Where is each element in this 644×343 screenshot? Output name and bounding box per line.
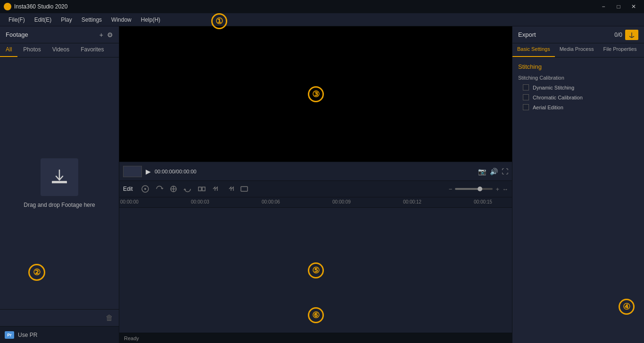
settings-footage-button[interactable]: ⚙ <box>107 31 113 39</box>
edit-ctrl-8[interactable] <box>239 183 250 195</box>
step-3-badge: ③ <box>308 86 324 102</box>
svg-point-5 <box>144 188 146 190</box>
edit-ctrl-2[interactable] <box>154 183 165 195</box>
menu-edit[interactable]: Edit(E) <box>30 15 57 25</box>
export-header: Export 0/0 <box>512 26 644 43</box>
dynamic-stitching-checkbox[interactable] <box>523 84 529 90</box>
snapshot-button[interactable]: 📷 <box>478 168 486 175</box>
chromatic-calibration-checkbox[interactable] <box>523 94 529 100</box>
menu-settings[interactable]: Settings <box>77 15 107 25</box>
stitching-calibration-label: Stitching Calibration <box>518 75 638 81</box>
drop-zone-text: Drag and drop Footage here <box>24 202 95 208</box>
timeline-zoom: − + ↔ <box>449 186 508 193</box>
zoom-slider[interactable] <box>455 188 493 190</box>
ruler-mark-4: 00:00:12 <box>403 199 421 204</box>
timeline-ruler: 00:00:00 00:00:03 00:00:06 00:00:09 00:0… <box>119 197 512 208</box>
menubar: ① File(F) Edit(E) Play Settings Window H… <box>0 13 644 26</box>
stitching-section-title: Stitching <box>518 63 638 70</box>
fullscreen-button[interactable]: ⛶ <box>502 168 508 175</box>
svg-rect-11 <box>241 187 248 191</box>
step-4-badge: ④ <box>619 299 635 315</box>
tab-file-properties[interactable]: File Properties <box>598 43 641 57</box>
menu-window[interactable]: Window <box>107 15 136 25</box>
footage-tabs: All Photos Videos Favorites <box>0 43 119 57</box>
window-controls[interactable]: − □ ✕ <box>597 2 640 11</box>
add-footage-button[interactable]: + <box>99 31 103 39</box>
drop-zone[interactable]: Drag and drop Footage here ② <box>0 57 119 309</box>
ruler-mark-2: 00:00:06 <box>262 199 280 204</box>
dynamic-stitching-row: Dynamic Stitching <box>518 84 638 90</box>
app-title: Insta360 Studio 2020 <box>14 3 67 10</box>
main-layout: Footage + ⚙ All Photos Videos Favorites … <box>0 26 644 343</box>
edit-ctrl-3[interactable] <box>168 183 179 195</box>
tab-photos[interactable]: Photos <box>17 43 46 57</box>
step-6-badge: ⑥ <box>308 307 324 323</box>
tab-videos[interactable]: Videos <box>47 43 75 57</box>
center-panel: ③ ▶ 00:00:00/00:00:00 📷 🔊 ⛶ Edit <box>119 26 512 343</box>
export-count: 0/0 <box>614 32 622 38</box>
right-tabs: Basic Settings Media Process File Proper… <box>512 43 644 57</box>
footage-actions: + ⚙ <box>99 31 113 39</box>
menu-help[interactable]: Help(H) <box>136 15 165 25</box>
minimize-button[interactable]: − <box>597 2 610 11</box>
left-panel: Footage + ⚙ All Photos Videos Favorites … <box>0 26 119 343</box>
volume-button[interactable]: 🔊 <box>490 168 498 175</box>
edit-label: Edit <box>123 186 133 192</box>
step-5-badge: ⑤ <box>308 262 324 278</box>
edit-bar: Edit <box>119 180 512 197</box>
export-button[interactable] <box>625 30 638 40</box>
titlebar-left: Insta360 Studio 2020 <box>4 3 67 10</box>
status-bar: Ready <box>119 333 512 343</box>
step-1-badge: ① <box>211 13 227 29</box>
preview-thumbnail <box>123 166 142 177</box>
menu-play[interactable]: Play <box>56 15 76 25</box>
dynamic-stitching-label: Dynamic Stitching <box>533 85 574 90</box>
pr-label[interactable]: Use PR <box>18 332 37 338</box>
svg-rect-9 <box>198 187 201 191</box>
pr-icon: Pr <box>5 331 14 339</box>
aerial-edition-row: Aerial Edition <box>518 104 638 110</box>
export-counter: 0/0 <box>614 30 638 40</box>
zoom-in-icon[interactable]: + <box>495 186 499 193</box>
zoom-out-icon[interactable]: − <box>449 186 453 193</box>
maximize-button[interactable]: □ <box>612 2 625 11</box>
footage-header: Footage + ⚙ <box>0 26 119 43</box>
edit-ctrl-5[interactable] <box>196 183 207 195</box>
right-content: Stitching Stitching Calibration Dynamic … <box>512 57 644 343</box>
footage-title: Footage <box>6 31 28 38</box>
svg-point-1 <box>7 6 8 8</box>
app-icon <box>4 3 11 10</box>
status-text: Ready <box>124 335 139 341</box>
tab-all[interactable]: All <box>0 43 17 57</box>
edit-ctrl-4[interactable] <box>182 183 193 195</box>
edit-ctrl-1[interactable] <box>140 183 151 195</box>
right-panel: Export 0/0 Basic Settings Media Process … <box>512 26 644 343</box>
time-display: 00:00:00/00:00:00 <box>155 169 474 174</box>
tab-favorites[interactable]: Favorites <box>75 43 109 57</box>
edit-ctrl-7[interactable] <box>224 183 236 195</box>
chromatic-calibration-label: Chromatic Calibration <box>533 95 583 100</box>
zoom-extra-icon: ↔ <box>502 186 508 193</box>
ruler-mark-0: 00:00:00 <box>120 199 139 204</box>
chromatic-calibration-row: Chromatic Calibration <box>518 94 638 100</box>
pr-area: Pr Use PR <box>0 326 119 343</box>
ruler-mark-1: 00:00:03 <box>191 199 209 204</box>
step-2-badge: ② <box>28 264 45 281</box>
playback-bar: ▶ 00:00:00/00:00:00 📷 🔊 ⛶ <box>119 162 512 180</box>
video-preview: ③ <box>119 26 512 162</box>
timeline[interactable]: 00:00:00 00:00:03 00:00:06 00:00:09 00:0… <box>119 197 512 333</box>
menu-file[interactable]: File(F) <box>4 15 30 25</box>
aerial-edition-checkbox[interactable] <box>523 104 529 110</box>
export-title: Export <box>518 31 536 38</box>
drop-icon <box>41 158 78 196</box>
tab-media-process[interactable]: Media Process <box>555 43 599 57</box>
delete-button[interactable]: 🗑 <box>106 314 113 322</box>
titlebar: Insta360 Studio 2020 − □ ✕ <box>0 0 644 13</box>
edit-ctrl-6[interactable] <box>210 183 222 195</box>
delete-area: 🗑 <box>0 309 119 326</box>
close-button[interactable]: ✕ <box>627 2 640 11</box>
tab-basic-settings[interactable]: Basic Settings <box>512 43 555 57</box>
play-button[interactable]: ▶ <box>146 168 151 175</box>
ruler-mark-3: 00:00:09 <box>332 199 351 204</box>
svg-rect-10 <box>202 187 205 191</box>
